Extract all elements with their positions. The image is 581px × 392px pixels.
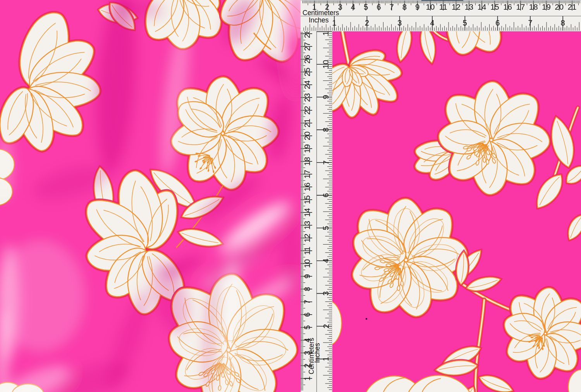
svg-text:12: 12 bbox=[452, 2, 461, 11]
svg-text:6: 6 bbox=[303, 312, 311, 317]
svg-text:6: 6 bbox=[495, 18, 500, 27]
svg-text:16: 16 bbox=[503, 2, 512, 11]
svg-text:12: 12 bbox=[303, 234, 311, 243]
svg-text:19: 19 bbox=[542, 2, 551, 11]
svg-text:7: 7 bbox=[528, 18, 532, 27]
svg-text:20: 20 bbox=[555, 2, 564, 11]
svg-text:3: 3 bbox=[397, 18, 402, 27]
svg-text:4: 4 bbox=[303, 338, 311, 342]
svg-text:3: 3 bbox=[303, 351, 311, 355]
svg-text:9: 9 bbox=[321, 95, 330, 99]
svg-text:Inches: Inches bbox=[313, 343, 321, 363]
svg-text:9: 9 bbox=[415, 2, 419, 11]
svg-text:10: 10 bbox=[426, 2, 435, 11]
svg-text:5: 5 bbox=[303, 325, 311, 329]
svg-text:6: 6 bbox=[376, 2, 381, 11]
svg-text:Centimeters: Centimeters bbox=[303, 9, 339, 17]
svg-text:16: 16 bbox=[303, 183, 311, 192]
svg-text:25: 25 bbox=[303, 68, 311, 77]
svg-text:4: 4 bbox=[430, 18, 434, 27]
svg-text:4: 4 bbox=[321, 258, 330, 263]
svg-text:2: 2 bbox=[325, 2, 329, 11]
svg-text:22: 22 bbox=[303, 106, 311, 115]
svg-text:1: 1 bbox=[321, 357, 330, 361]
svg-text:20: 20 bbox=[303, 132, 311, 140]
svg-text:14: 14 bbox=[478, 2, 486, 11]
svg-text:5: 5 bbox=[321, 226, 330, 230]
svg-text:24: 24 bbox=[303, 80, 311, 89]
svg-text:5: 5 bbox=[364, 2, 368, 11]
svg-text:7: 7 bbox=[389, 2, 394, 11]
svg-text:1: 1 bbox=[303, 376, 311, 380]
svg-text:26: 26 bbox=[303, 55, 311, 64]
svg-text:15: 15 bbox=[303, 195, 311, 204]
svg-text:17: 17 bbox=[516, 2, 525, 11]
svg-text:8: 8 bbox=[560, 18, 565, 27]
svg-text:8: 8 bbox=[321, 128, 330, 132]
svg-text:6: 6 bbox=[321, 193, 330, 197]
svg-text:Inches: Inches bbox=[309, 16, 329, 24]
svg-text:10: 10 bbox=[321, 60, 330, 69]
svg-text:4: 4 bbox=[351, 2, 355, 11]
svg-text:3: 3 bbox=[321, 291, 330, 296]
svg-text:19: 19 bbox=[303, 144, 311, 153]
svg-text:21: 21 bbox=[303, 119, 311, 128]
svg-text:2: 2 bbox=[365, 18, 369, 27]
svg-text:18: 18 bbox=[303, 157, 311, 166]
svg-text:13: 13 bbox=[464, 2, 473, 11]
svg-text:13: 13 bbox=[303, 221, 311, 230]
svg-text:11: 11 bbox=[439, 2, 447, 11]
svg-text:14: 14 bbox=[303, 208, 311, 217]
svg-text:18: 18 bbox=[529, 2, 538, 11]
svg-text:8: 8 bbox=[303, 287, 311, 291]
svg-text:3: 3 bbox=[338, 2, 342, 11]
svg-text:2: 2 bbox=[303, 363, 311, 368]
svg-text:9: 9 bbox=[303, 274, 311, 278]
svg-text:27: 27 bbox=[303, 42, 311, 51]
svg-text:7: 7 bbox=[303, 300, 311, 304]
svg-text:15: 15 bbox=[490, 2, 499, 11]
svg-text:8: 8 bbox=[402, 2, 407, 11]
svg-text:17: 17 bbox=[303, 170, 311, 179]
svg-text:11: 11 bbox=[303, 246, 311, 255]
svg-text:1: 1 bbox=[312, 2, 316, 11]
svg-text:1: 1 bbox=[332, 18, 336, 27]
svg-text:7: 7 bbox=[321, 160, 330, 164]
svg-text:2: 2 bbox=[321, 324, 330, 328]
svg-text:21: 21 bbox=[568, 2, 577, 11]
svg-text:10: 10 bbox=[303, 259, 311, 268]
svg-text:23: 23 bbox=[303, 93, 311, 102]
svg-text:5: 5 bbox=[463, 18, 467, 27]
